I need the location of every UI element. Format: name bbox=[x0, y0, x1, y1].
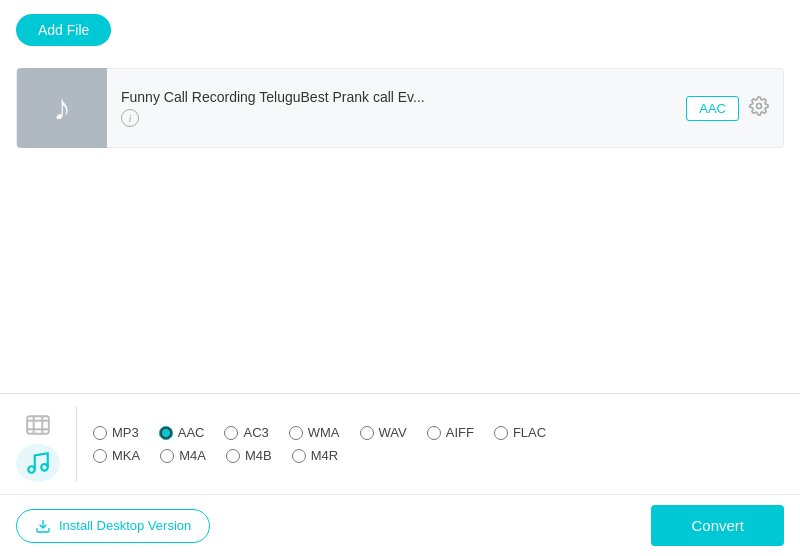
footer: Install Desktop Version Convert bbox=[0, 494, 800, 556]
svg-point-6 bbox=[28, 466, 35, 473]
radio-mka[interactable] bbox=[93, 449, 107, 463]
tab-audio-button[interactable] bbox=[16, 444, 60, 482]
format-option-flac[interactable]: FLAC bbox=[494, 425, 546, 440]
tab-video-button[interactable] bbox=[16, 406, 60, 444]
radio-wav[interactable] bbox=[360, 426, 374, 440]
file-name: Funny Call Recording TeluguBest Prank ca… bbox=[121, 89, 672, 105]
format-option-m4a[interactable]: M4A bbox=[160, 448, 206, 463]
info-icon[interactable]: i bbox=[121, 109, 139, 127]
format-option-ac3[interactable]: AC3 bbox=[224, 425, 268, 440]
music-icon: ♪ bbox=[53, 87, 71, 129]
settings-icon[interactable] bbox=[749, 96, 769, 121]
svg-point-0 bbox=[757, 103, 762, 108]
svg-point-7 bbox=[41, 464, 48, 471]
radio-flac[interactable] bbox=[494, 426, 508, 440]
format-option-mp3[interactable]: MP3 bbox=[93, 425, 139, 440]
format-option-m4r[interactable]: M4R bbox=[292, 448, 338, 463]
format-type-tabs bbox=[16, 406, 77, 482]
format-badge-button[interactable]: AAC bbox=[686, 96, 739, 121]
file-info: Funny Call Recording TeluguBest Prank ca… bbox=[107, 79, 686, 137]
install-desktop-button[interactable]: Install Desktop Version bbox=[16, 509, 210, 543]
radio-mp3[interactable] bbox=[93, 426, 107, 440]
format-row-1: MP3 AAC AC3 WMA WAV AIFF bbox=[93, 425, 784, 440]
radio-wma[interactable] bbox=[289, 426, 303, 440]
radio-aac[interactable] bbox=[159, 426, 173, 440]
format-option-aiff[interactable]: AIFF bbox=[427, 425, 474, 440]
format-option-mka[interactable]: MKA bbox=[93, 448, 140, 463]
add-file-button[interactable]: Add File bbox=[16, 14, 111, 46]
format-row-2: MKA M4A M4B M4R bbox=[93, 448, 784, 463]
header: Add File bbox=[0, 0, 800, 60]
svg-rect-1 bbox=[27, 416, 49, 433]
radio-m4a[interactable] bbox=[160, 449, 174, 463]
file-actions: AAC bbox=[686, 96, 783, 121]
file-thumbnail: ♪ bbox=[17, 68, 107, 148]
radio-m4b[interactable] bbox=[226, 449, 240, 463]
format-option-wma[interactable]: WMA bbox=[289, 425, 340, 440]
format-option-wav[interactable]: WAV bbox=[360, 425, 407, 440]
convert-button[interactable]: Convert bbox=[651, 505, 784, 546]
format-option-m4b[interactable]: M4B bbox=[226, 448, 272, 463]
install-label: Install Desktop Version bbox=[59, 518, 191, 533]
file-item: ♪ Funny Call Recording TeluguBest Prank … bbox=[16, 68, 784, 148]
download-icon bbox=[35, 518, 51, 534]
radio-ac3[interactable] bbox=[224, 426, 238, 440]
radio-aiff[interactable] bbox=[427, 426, 441, 440]
format-option-aac[interactable]: AAC bbox=[159, 425, 205, 440]
format-bar: MP3 AAC AC3 WMA WAV AIFF bbox=[0, 393, 800, 494]
radio-m4r[interactable] bbox=[292, 449, 306, 463]
format-options: MP3 AAC AC3 WMA WAV AIFF bbox=[93, 425, 784, 463]
file-list: ♪ Funny Call Recording TeluguBest Prank … bbox=[0, 60, 800, 393]
